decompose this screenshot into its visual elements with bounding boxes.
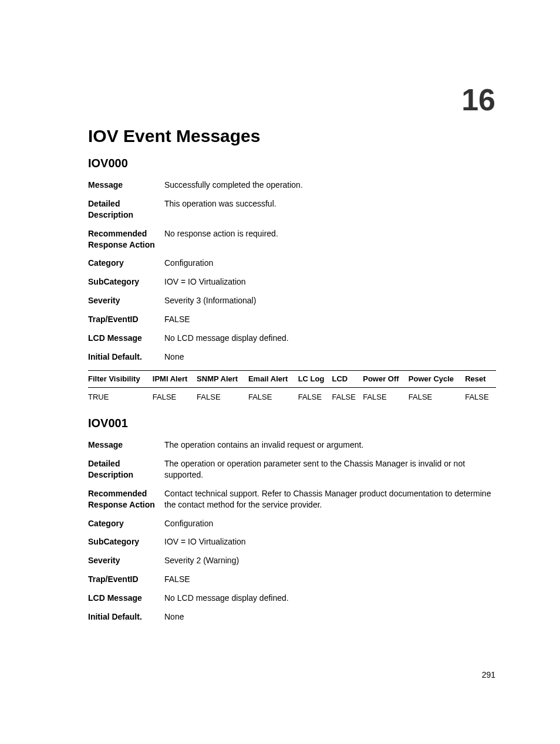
- th-power-cycle: Power Cycle: [409, 370, 465, 387]
- field-label: Severity: [88, 555, 164, 566]
- field-label: Category: [88, 518, 164, 529]
- table-header-row: Filter Visibility IPMI Alert SNMP Alert …: [88, 370, 496, 387]
- th-lc-log: LC Log: [298, 370, 332, 387]
- td-email-alert: FALSE: [248, 388, 298, 405]
- field-recommended-response-action: Recommended Response Action No response …: [88, 228, 495, 251]
- field-label: Category: [88, 258, 164, 269]
- field-subcategory: SubCategory IOV = IO Virtualization: [88, 276, 495, 288]
- field-value: IOV = IO Virtualization: [164, 276, 495, 288]
- field-severity: Severity Severity 3 (Informational): [88, 295, 495, 306]
- field-value: No LCD message display defined.: [164, 593, 495, 604]
- field-initial-default: Initial Default. None: [88, 351, 495, 363]
- td-lc-log: FALSE: [298, 388, 332, 405]
- th-snmp-alert: SNMP Alert: [197, 370, 248, 387]
- field-label: Initial Default.: [88, 611, 164, 623]
- th-email-alert: Email Alert: [248, 370, 298, 387]
- field-value: Severity 3 (Informational): [164, 295, 495, 306]
- td-power-off: FALSE: [363, 388, 409, 405]
- field-value: Configuration: [164, 258, 495, 269]
- th-ipmi-alert: IPMI Alert: [153, 370, 197, 387]
- field-message: Message Successfully completed the opera…: [88, 180, 495, 191]
- field-value: None: [164, 611, 495, 623]
- field-value: Severity 2 (Warning): [164, 555, 495, 566]
- field-value: This operation was successful.: [164, 198, 495, 221]
- field-label: Recommended Response Action: [88, 488, 164, 510]
- field-value: FALSE: [164, 314, 495, 325]
- field-label: LCD Message: [88, 333, 164, 344]
- field-label: SubCategory: [88, 276, 164, 288]
- td-reset: FALSE: [465, 388, 496, 405]
- fields-iov001: Message The operation contains an invali…: [88, 439, 495, 623]
- field-value: Contact technical support. Refer to Chas…: [164, 488, 495, 510]
- field-detailed-description: Detailed Description This operation was …: [88, 198, 495, 221]
- th-power-off: Power Off: [363, 370, 409, 387]
- td-power-cycle: FALSE: [409, 388, 465, 405]
- field-detailed-description: Detailed Description The operation or op…: [88, 458, 495, 481]
- field-label: Message: [88, 180, 164, 191]
- field-label: Initial Default.: [88, 351, 164, 363]
- field-recommended-response-action: Recommended Response Action Contact tech…: [88, 488, 495, 510]
- td-snmp-alert: FALSE: [197, 388, 248, 405]
- field-label: Severity: [88, 295, 164, 306]
- page-number: 291: [482, 670, 495, 679]
- td-lcd: FALSE: [332, 388, 363, 405]
- table-row: TRUE FALSE FALSE FALSE FALSE FALSE FALSE…: [88, 388, 496, 405]
- filter-table-iov000: Filter Visibility IPMI Alert SNMP Alert …: [88, 370, 496, 405]
- field-value: Configuration: [164, 518, 495, 529]
- field-trap-eventid: Trap/EventID FALSE: [88, 574, 495, 585]
- field-initial-default: Initial Default. None: [88, 611, 495, 623]
- field-label: Recommended Response Action: [88, 228, 164, 251]
- field-trap-eventid: Trap/EventID FALSE: [88, 314, 495, 325]
- section-heading-iov000: IOV000: [88, 157, 495, 170]
- field-value: The operation contains an invalid reques…: [164, 439, 495, 451]
- field-value: No response action is required.: [164, 228, 495, 251]
- field-value: FALSE: [164, 574, 495, 585]
- fields-iov000: Message Successfully completed the opera…: [88, 180, 495, 363]
- section-heading-iov001: IOV001: [88, 417, 495, 430]
- field-label: Message: [88, 439, 164, 451]
- field-label: Trap/EventID: [88, 314, 164, 325]
- th-reset: Reset: [465, 370, 496, 387]
- field-message: Message The operation contains an invali…: [88, 439, 495, 451]
- field-value: Successfully completed the operation.: [164, 180, 495, 191]
- field-label: SubCategory: [88, 536, 164, 547]
- th-filter-visibility: Filter Visibility: [88, 370, 153, 387]
- field-severity: Severity Severity 2 (Warning): [88, 555, 495, 566]
- chapter-number: 16: [461, 82, 495, 117]
- page-title: IOV Event Messages: [88, 126, 495, 146]
- th-lcd: LCD: [332, 370, 363, 387]
- field-label: Trap/EventID: [88, 574, 164, 585]
- field-category: Category Configuration: [88, 518, 495, 529]
- field-label: Detailed Description: [88, 458, 164, 481]
- td-ipmi-alert: FALSE: [153, 388, 197, 405]
- field-value: IOV = IO Virtualization: [164, 536, 495, 547]
- field-label: LCD Message: [88, 593, 164, 604]
- field-value: The operation or operation parameter sen…: [164, 458, 495, 481]
- field-category: Category Configuration: [88, 258, 495, 269]
- field-lcd-message: LCD Message No LCD message display defin…: [88, 333, 495, 344]
- field-subcategory: SubCategory IOV = IO Virtualization: [88, 536, 495, 547]
- td-filter-visibility: TRUE: [88, 388, 153, 405]
- field-lcd-message: LCD Message No LCD message display defin…: [88, 593, 495, 604]
- field-label: Detailed Description: [88, 198, 164, 221]
- field-value: No LCD message display defined.: [164, 333, 495, 344]
- field-value: None: [164, 351, 495, 363]
